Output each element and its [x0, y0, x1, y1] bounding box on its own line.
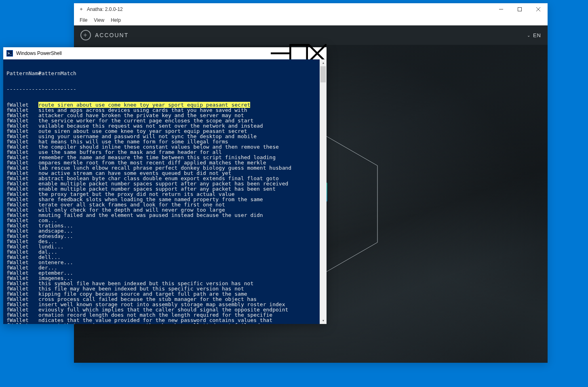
pattern-match: request that requires more memory than h…: [38, 322, 260, 324]
powershell-icon: >_: [6, 50, 13, 57]
anatha-menubar: File View Help: [74, 15, 548, 25]
language-selector[interactable]: ⌄ EN: [527, 32, 541, 38]
col-header-name: PatternName: [6, 71, 38, 76]
powershell-rows: fWalletroute siren about use come knee t…: [6, 102, 323, 324]
menu-view[interactable]: View: [91, 16, 107, 24]
col-sep-name: -----------: [6, 86, 38, 92]
account-label: ACCOUNT: [95, 32, 129, 38]
language-label: EN: [533, 32, 541, 38]
window-controls: [492, 3, 548, 15]
powershell-output: PatternNamePatternMatch ----------------…: [3, 59, 327, 324]
minimize-button[interactable]: [492, 3, 510, 15]
scroll-down-button[interactable]: ▾: [320, 317, 327, 324]
powershell-body[interactable]: PatternNamePatternMatch ----------------…: [3, 59, 327, 324]
scroll-up-button[interactable]: ▴: [320, 59, 327, 66]
menu-help[interactable]: Help: [107, 16, 124, 24]
svg-rect-1: [518, 8, 522, 11]
minimize-button[interactable]: [271, 47, 289, 59]
anatha-topbar: + ACCOUNT ⌄ EN: [74, 25, 548, 45]
window-controls: [271, 47, 327, 59]
menu-file[interactable]: File: [76, 16, 91, 24]
anatha-titlebar[interactable]: ✦ Anatha: 2.0.0-12: [74, 3, 548, 15]
pattern-name: fWallet: [6, 323, 38, 324]
pattern-match: nmuting failed and the element was pause…: [38, 212, 263, 218]
account-button[interactable]: + ACCOUNT: [80, 30, 129, 40]
chevron-down-icon: ⌄: [527, 33, 531, 38]
maximize-button[interactable]: [289, 47, 308, 59]
maximize-button[interactable]: [510, 3, 529, 15]
scrollbar[interactable]: ▴ ▾: [320, 59, 327, 324]
powershell-titlebar[interactable]: >_ Windows PowerShell: [3, 47, 327, 59]
scroll-thumb[interactable]: [320, 66, 326, 82]
table-row: fWalletrequest that requires more memory…: [6, 323, 323, 324]
powershell-window: >_ Windows PowerShell PatternNamePattern…: [3, 47, 327, 324]
anatha-app-icon: ✦: [78, 6, 84, 13]
col-header-match: PatternMatch: [38, 70, 76, 76]
plus-circle-icon: +: [80, 30, 91, 40]
powershell-title: Windows PowerShell: [16, 50, 271, 56]
close-button[interactable]: [308, 47, 327, 59]
anatha-title: Anatha: 2.0.0-12: [87, 6, 492, 12]
scroll-track[interactable]: [320, 66, 327, 317]
col-sep-match: ------------: [38, 86, 76, 92]
close-button[interactable]: [529, 3, 548, 15]
